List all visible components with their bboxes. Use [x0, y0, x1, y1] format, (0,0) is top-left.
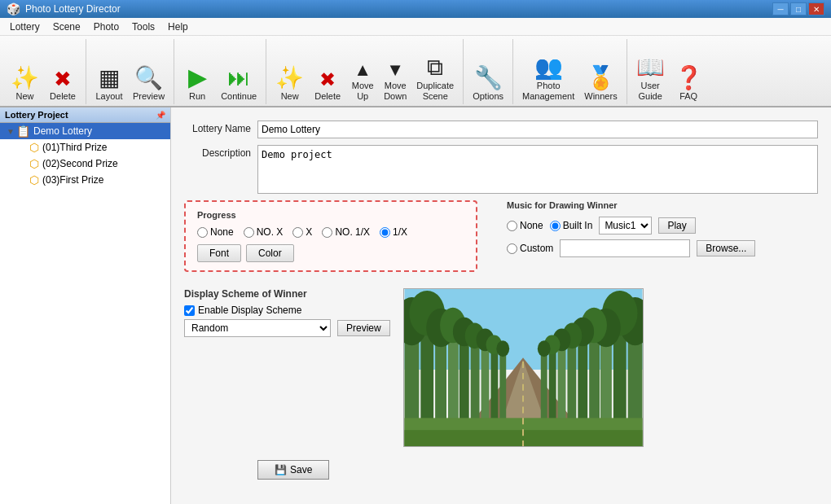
tree-item-third-prize[interactable]: ⬡ (01)Third Prize: [0, 139, 170, 156]
scheme-select-row: Random Scheme1 Scheme2 Preview: [184, 319, 390, 337]
run-icon: ▶: [188, 65, 207, 90]
menu-photo[interactable]: Photo: [87, 20, 125, 34]
progress-1x-option[interactable]: 1/X: [380, 226, 407, 238]
music-box: Music for Drawing Winner None Built In M…: [507, 200, 755, 282]
color-button[interactable]: Color: [246, 244, 294, 262]
ribbon-group-view: ▦ Layout 🔍 Preview: [88, 39, 174, 104]
layout-icon: ▦: [99, 67, 120, 90]
progress-no1x-radio[interactable]: [322, 227, 332, 238]
movedown-icon: ▼: [386, 61, 404, 79]
duplicate-button[interactable]: ⧉ DuplicateScene: [412, 46, 458, 104]
progress-x-option[interactable]: X: [292, 226, 312, 238]
menu-tools[interactable]: Tools: [125, 20, 161, 34]
browse-button[interactable]: Browse...: [697, 240, 755, 256]
moveup-button[interactable]: ▲ MoveUp: [347, 46, 378, 104]
menu-help[interactable]: Help: [161, 20, 195, 34]
progress-nox-option[interactable]: NO. X: [244, 226, 284, 238]
enable-display-checkbox[interactable]: [184, 305, 195, 316]
music-select[interactable]: Music1 Music2 Music3: [599, 217, 652, 234]
progress-none-option[interactable]: None: [197, 226, 234, 238]
photo-management-button[interactable]: 👥 PhotoManagement: [518, 46, 578, 104]
pin-button[interactable]: 📌: [156, 111, 165, 120]
lottery-name-row: Lottery Name: [184, 121, 818, 138]
tree-label-second: (02)Second Prize: [42, 158, 118, 169]
tree-item-demo-lottery[interactable]: ▼ 📋 Demo Lottery: [0, 123, 170, 139]
content-area: Lottery Name Description Demo project Pr…: [171, 107, 831, 504]
music-builtin-label: Built In: [563, 220, 593, 231]
title-bar: 🎲 Photo Lottery Director ─ □ ✕: [0, 0, 831, 18]
continue-icon: ⏭: [227, 67, 250, 90]
tree-label-first: (03)First Prize: [42, 174, 103, 186]
user-guide-button[interactable]: 📖 UserGuide: [632, 46, 669, 104]
faq-button[interactable]: ❓ FAQ: [671, 46, 707, 104]
delete-icon: ✖: [54, 68, 72, 90]
continue-button[interactable]: ⏭ Continue: [217, 46, 261, 104]
lottery-name-input[interactable]: [257, 121, 818, 138]
progress-title: Progress: [197, 210, 464, 220]
progress-nox-radio[interactable]: [244, 227, 254, 238]
progress-no1x-option[interactable]: NO. 1/X: [322, 226, 370, 238]
photo-management-label: PhotoManagement: [522, 81, 574, 102]
progress-x-radio[interactable]: [292, 227, 303, 238]
progress-1x-label: 1/X: [393, 226, 407, 238]
music-custom-option[interactable]: Custom: [507, 243, 553, 254]
tree-icon-second: ⬡: [29, 157, 39, 170]
layout-button[interactable]: ▦ Layout: [91, 46, 127, 104]
tree-item-first-prize[interactable]: ⬡ (03)First Prize: [0, 172, 170, 188]
menu-lottery[interactable]: Lottery: [3, 20, 46, 34]
menu-scene[interactable]: Scene: [46, 20, 87, 34]
new-icon: ✨: [11, 67, 39, 90]
winners-button[interactable]: 🏅 Winners: [580, 46, 621, 104]
music-custom-row: Custom Browse...: [507, 239, 755, 257]
save-button[interactable]: 💾 Save: [257, 460, 329, 480]
delete-label: Delete: [50, 91, 76, 102]
font-button[interactable]: Font: [197, 244, 241, 262]
preview-button[interactable]: 🔍 Preview: [129, 46, 169, 104]
preview-button[interactable]: Preview: [337, 320, 390, 336]
minimize-button[interactable]: ─: [772, 2, 789, 15]
close-button[interactable]: ✕: [808, 2, 824, 15]
movedown-button[interactable]: ▼ MoveDown: [380, 46, 411, 104]
music-builtin-radio[interactable]: [550, 221, 561, 231]
duplicate-label: DuplicateScene: [416, 81, 454, 102]
tree-expand-demo: ▼: [7, 127, 16, 136]
app-title: Photo Lottery Director: [25, 3, 772, 15]
display-scheme-box: Display Scheme of Winner Enable Display …: [184, 288, 390, 437]
delete2-button[interactable]: ✖ Delete: [310, 46, 345, 104]
description-input[interactable]: Demo project: [257, 145, 818, 194]
music-none-option[interactable]: None: [507, 220, 543, 231]
progress-radio-row: None NO. X X NO. 1/X 1/X: [197, 226, 464, 238]
scheme-select[interactable]: Random Scheme1 Scheme2: [184, 319, 331, 337]
tree-item-second-prize[interactable]: ⬡ (02)Second Prize: [0, 156, 170, 172]
save-icon: 💾: [275, 464, 287, 476]
new-button[interactable]: ✨ New: [7, 46, 43, 104]
run-button[interactable]: ▶ Run: [179, 46, 215, 104]
delete-button[interactable]: ✖ Delete: [45, 46, 81, 104]
svg-point-29: [496, 340, 509, 357]
progress-1x-radio[interactable]: [380, 227, 390, 238]
progress-none-radio[interactable]: [197, 227, 208, 238]
music-none-radio[interactable]: [507, 221, 517, 231]
main-container: Lottery Project 📌 ▼ 📋 Demo Lottery ⬡ (01…: [0, 107, 831, 504]
new2-icon: ✨: [275, 67, 304, 90]
progress-x-label: X: [306, 226, 312, 238]
music-none-label: None: [520, 220, 543, 231]
play-button[interactable]: Play: [658, 217, 695, 234]
lottery-name-label: Lottery Name: [184, 121, 257, 134]
restore-button[interactable]: □: [790, 2, 807, 15]
progress-box: Progress None NO. X X NO. 1/X: [184, 200, 477, 272]
custom-music-input[interactable]: [560, 239, 690, 257]
ribbon-group-help: 📖 UserGuide ❓ FAQ: [629, 39, 712, 104]
music-builtin-option[interactable]: Built In: [550, 220, 593, 231]
options-button[interactable]: 🔧 Options: [468, 46, 508, 104]
tree-icon-third: ⬡: [29, 141, 39, 154]
run-label: Run: [189, 91, 205, 102]
window-controls: ─ □ ✕: [772, 2, 824, 15]
menu-bar: Lottery Scene Photo Tools Help: [0, 18, 831, 36]
preview-icon: 🔍: [134, 67, 163, 90]
music-custom-radio[interactable]: [507, 243, 517, 254]
sidebar: Lottery Project 📌 ▼ 📋 Demo Lottery ⬡ (01…: [0, 107, 171, 504]
new2-button[interactable]: ✨ New: [271, 46, 308, 104]
ribbon-group-lottery: ✨ New ✖ Delete: [3, 39, 86, 104]
sidebar-header: Lottery Project 📌: [0, 107, 170, 123]
